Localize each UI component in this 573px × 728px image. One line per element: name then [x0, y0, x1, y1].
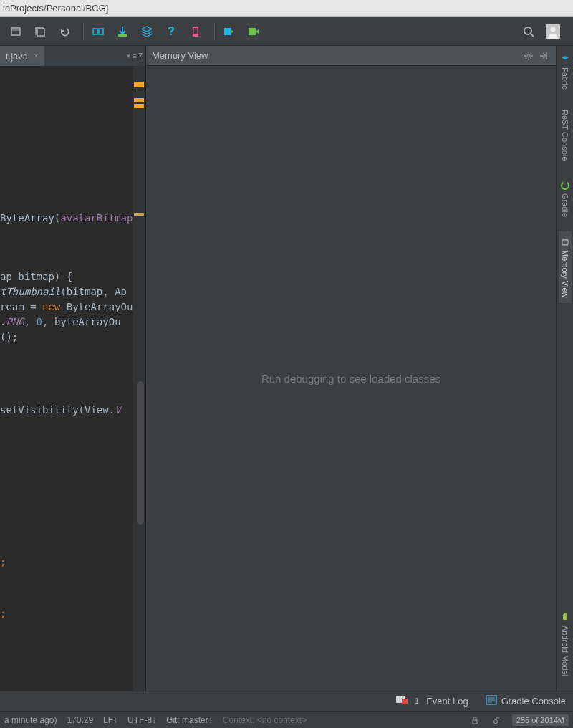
svg-point-14: [527, 54, 530, 57]
svg-point-11: [524, 27, 531, 34]
status-context[interactable]: Context: <no context>: [223, 715, 307, 725]
change-marker[interactable]: [134, 104, 144, 108]
breadcrumb-count: 7: [138, 52, 143, 60]
code-area[interactable]: ByteArray(avatarBitmap ap bitmap) { tThu…: [0, 66, 145, 691]
status-encoding[interactable]: UTF-8↕: [127, 715, 156, 725]
fabric-icon: [560, 54, 570, 64]
memory-view-title: Memory View: [152, 50, 208, 61]
editor-column: t.java × ▾ ≡ 7 ByteArray(avatarBitmap ap…: [0, 46, 146, 691]
svg-rect-5: [118, 34, 127, 37]
help-icon[interactable]: ?: [161, 21, 181, 42]
tab-android-model[interactable]: Android Model: [559, 607, 572, 682]
open-icon[interactable]: [6, 21, 26, 42]
svg-rect-4: [99, 29, 103, 34]
tab-memory-view[interactable]: Memory View: [559, 231, 572, 303]
undo-icon[interactable]: [54, 21, 74, 42]
memory-view-body: Run debugging to see loaded classes: [146, 66, 556, 691]
editor-tabs: t.java × ▾ ≡ 7: [0, 46, 145, 66]
lock-icon[interactable]: [469, 716, 481, 724]
memory-icon: [560, 237, 570, 247]
svg-point-24: [493, 719, 497, 723]
tab-fabric[interactable]: Fabric: [559, 49, 572, 95]
status-bar: a minute ago) 170:29 LF↕ UTF-8↕ Git: mas…: [0, 711, 573, 728]
svg-rect-3: [93, 29, 97, 34]
status-line-ending[interactable]: LF↕: [103, 715, 117, 725]
tab-label: Gradle Console: [501, 696, 566, 707]
device-icon[interactable]: [186, 21, 206, 42]
memory-view-header: Memory View: [146, 46, 556, 66]
main-toolbar: ?: [0, 17, 573, 46]
code-text[interactable]: ByteArray(avatarBitmap ap bitmap) { tThu…: [0, 66, 133, 691]
hide-icon[interactable]: [536, 51, 550, 61]
status-memory-usage[interactable]: 255 of 2014M: [512, 714, 569, 726]
tab-label: Event Log: [426, 696, 468, 707]
event-log-icon: [396, 695, 408, 707]
change-marker[interactable]: [134, 98, 144, 102]
editor-gutter: [133, 66, 145, 691]
svg-point-13: [551, 27, 556, 32]
android-icon: [560, 613, 570, 623]
status-git-message: a minute ago): [4, 715, 57, 725]
tab-gradle-console[interactable]: Gradle Console: [486, 695, 566, 707]
toolbar-separator: [214, 23, 215, 40]
chevron-down-icon[interactable]: ▾: [127, 52, 130, 59]
main-area: t.java × ▾ ≡ 7 ByteArray(avatarBitmap ap…: [0, 46, 573, 691]
tab-event-log[interactable]: 1 Event Log: [396, 695, 468, 707]
layers-icon[interactable]: [137, 21, 157, 42]
svg-rect-2: [37, 29, 44, 36]
gear-icon[interactable]: [521, 51, 536, 61]
event-count-badge: 1: [412, 696, 422, 707]
window-titlebar: ioProjects/Personal/BCG]: [0, 0, 573, 17]
svg-rect-0: [11, 28, 20, 35]
gradle-icon: [560, 181, 570, 191]
inspector-icon[interactable]: [491, 716, 502, 724]
editor-tab[interactable]: t.java ×: [0, 46, 44, 66]
memory-view-message: Run debugging to see loaded classes: [261, 373, 440, 385]
tab-rest-console[interactable]: ReST Console: [559, 104, 571, 166]
svg-rect-8: [194, 28, 198, 34]
console-icon: [486, 695, 497, 707]
close-icon[interactable]: ×: [34, 51, 39, 61]
status-caret-position[interactable]: 170:29: [67, 715, 93, 725]
svg-point-15: [562, 182, 569, 189]
svg-rect-21: [402, 699, 408, 704]
warning-marker[interactable]: [134, 82, 144, 87]
list-icon[interactable]: ≡: [132, 52, 136, 60]
editor-tab-label: t.java: [6, 51, 28, 62]
save-all-icon[interactable]: [30, 21, 50, 42]
bottom-tool-tabs: 1 Event Log Gradle Console: [0, 691, 573, 711]
export-icon[interactable]: [244, 21, 264, 42]
highlight-marker[interactable]: [134, 213, 144, 216]
svg-rect-10: [249, 28, 256, 35]
svg-rect-23: [473, 720, 477, 724]
toolbar-separator: [83, 23, 84, 40]
status-git-branch[interactable]: Git: master↕: [166, 715, 213, 725]
svg-rect-16: [562, 240, 568, 244]
download-icon[interactable]: [112, 21, 133, 42]
svg-text:?: ?: [168, 25, 175, 37]
tab-gradle[interactable]: Gradle: [559, 175, 572, 223]
window-title: ioProjects/Personal/BCG]: [3, 3, 108, 14]
sync-icon[interactable]: [88, 21, 108, 42]
avatar-icon[interactable]: [543, 21, 563, 42]
search-icon[interactable]: [519, 21, 539, 42]
svg-rect-9: [224, 28, 231, 35]
right-tool-tabs: Fabric ReST Console Gradle Memory View A…: [556, 46, 573, 691]
memory-view-panel: Memory View Run debugging to see loaded …: [146, 46, 556, 691]
import-icon[interactable]: [219, 21, 239, 42]
svg-rect-17: [563, 616, 567, 620]
editor-scrollbar[interactable]: [137, 381, 144, 525]
